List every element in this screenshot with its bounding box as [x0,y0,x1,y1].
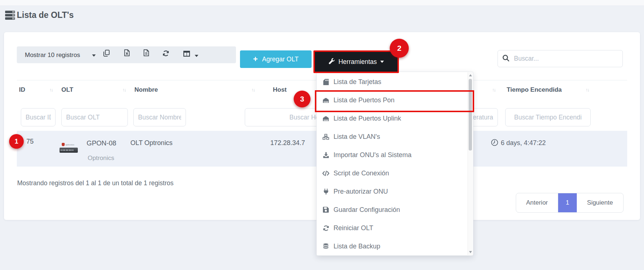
search-input[interactable] [514,55,613,62]
menu-item-label: Script de Conexión [334,170,389,177]
top-navbar-edge [0,0,644,6]
database-icon [322,243,330,250]
current-page-button[interactable]: 1 [558,193,577,212]
page-title: Lista de OLT's [17,10,74,20]
menu-item-reiniciar-olt[interactable]: Reiniciar OLT [317,219,467,237]
menu-item-importar-onus[interactable]: Importar ONU's al Sistema [317,146,467,164]
menu-item-label: Importar ONU's al Sistema [334,151,412,159]
refresh-icon[interactable] [163,50,169,58]
menu-item-lista-de-backup[interactable]: Lista de Backup [317,237,467,255]
menu-item-label: Lista de VLAN's [334,133,380,141]
copy-icon[interactable] [103,50,110,58]
next-page-button[interactable]: Siguiente [577,193,623,212]
sort-icon[interactable]: ↑↓ [251,87,255,92]
annotation-step-2: 2 [390,39,409,58]
refresh-icon [322,225,330,231]
menu-item-label: Pre-autorizar ONU [334,188,388,195]
filter-nombre-input[interactable] [133,108,186,126]
olt-chassis [60,148,78,153]
add-olt-button[interactable]: + Agregar OLT [240,50,312,68]
clock-icon [491,139,498,148]
scroll-down-icon[interactable] [469,251,472,253]
olt-device-image: optronics [60,143,79,161]
column-header-id[interactable]: ID [19,86,25,94]
menu-item-label: Reiniciar OLT [334,224,373,232]
sort-icon[interactable]: ↑↓ [586,87,589,92]
brand-text: optronics [65,144,74,146]
add-olt-label: Agregar OLT [262,56,299,63]
server-icon [5,11,15,21]
columns-icon[interactable] [183,51,190,58]
row-id-value: 75 [26,138,34,145]
annotation-highlight-box [315,90,474,112]
menu-item-pre-autorizar-onu[interactable]: Pre-autorizar ONU [317,182,467,201]
previous-page-button[interactable]: Anterior [516,193,558,212]
menu-item-label: Lista de Backup [334,243,380,250]
annotation-step-1: 1 [9,134,24,149]
row-nombre-value: OLT Optronics [130,139,172,147]
brand-shield-icon [62,143,65,146]
text-file-icon[interactable] [144,49,149,58]
sd-card-icon [322,79,330,85]
sort-icon[interactable]: ↑↓ [492,87,495,92]
column-header-tiempo[interactable]: Tiempo Encendida [507,86,562,94]
row-olt-brand: Optronics [88,155,114,162]
filter-id-input[interactable] [21,108,56,126]
menu-item-lista-de-tarjetas[interactable]: Lista de Tarjetas [317,73,467,91]
row-uptime-value: 6 days, 4:47:22 [501,139,546,147]
row-host-value: 172.28.34.7 [270,139,305,147]
show-entries-dropdown[interactable]: Mostrar 10 registros [25,52,80,59]
tools-button[interactable]: Herramientas [313,50,399,73]
code-icon [322,171,330,176]
menu-item-guardar-configuracion[interactable]: Guardar Configuración [317,201,467,219]
sort-icon[interactable]: ↑↓ [122,87,126,92]
column-header-olt[interactable]: OLT [61,86,73,94]
filter-olt-input[interactable] [61,108,128,126]
chevron-down-icon[interactable] [195,55,198,57]
annotation-step-3: 3 [294,91,310,107]
chevron-down-icon [92,54,96,57]
pagination: Anterior 1 Siguiente [516,193,624,213]
excel-file-icon[interactable] [124,49,130,58]
olt-list-screen: Lista de OLT's Mostrar 10 registros + Ag… [0,0,644,270]
scrollbar-thumb[interactable] [469,79,472,151]
search-icon [502,54,510,63]
download-icon [322,152,330,158]
menu-item-lista-de-vlans[interactable]: Lista de VLAN's [317,128,467,146]
menu-item-label: Guardar Configuración [334,206,400,214]
scroll-up-icon[interactable] [469,74,472,76]
sort-icon[interactable]: ↑↓ [49,87,53,92]
menu-item-label: Lista de Tarjetas [334,78,381,86]
wrench-icon [328,58,335,66]
plus-icon: + [253,55,258,63]
ethernet-icon [322,116,330,121]
save-icon [322,207,330,213]
chevron-down-icon [380,61,384,63]
filter-tiempo-input[interactable] [505,108,591,126]
search-container [498,50,623,67]
menu-item-script-de-conexion[interactable]: Script de Conexión [317,164,467,182]
plug-icon [322,189,330,195]
column-header-host[interactable]: Host [273,86,287,94]
column-header-nombre[interactable]: Nombre [134,86,158,94]
menu-item-label: Lista de Puertos Uplink [334,115,401,122]
tools-label: Herramientas [338,58,377,66]
sitemap-icon [322,134,330,140]
records-info: Mostrando registros del 1 al 1 de un tot… [17,179,174,187]
row-olt-model: GPON-08 [87,139,116,147]
